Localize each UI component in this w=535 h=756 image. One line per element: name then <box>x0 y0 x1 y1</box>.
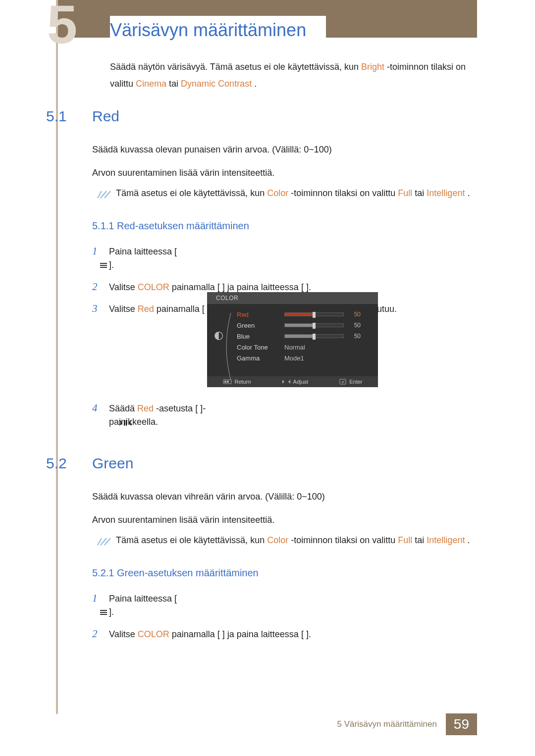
svg-rect-9 <box>100 614 107 615</box>
note-text: -toiminnon tilaksi on valittu <box>291 188 398 198</box>
osd-menu-title: COLOR <box>207 292 378 304</box>
osd-footer-label: Adjust <box>293 379 309 385</box>
intro-text: tai <box>169 79 181 89</box>
step-number: 1 <box>92 591 109 606</box>
osd-row-value: Mode1 <box>284 354 304 362</box>
menu-icon <box>100 260 107 273</box>
osd-footer-adjust: Adjust <box>282 379 309 385</box>
step-number: 4 <box>92 401 109 416</box>
osd-row: GammaMode1 <box>237 353 369 363</box>
keyword-bright: Bright <box>361 62 384 72</box>
osd-row: Red50 <box>237 309 369 320</box>
adjust-icon <box>282 379 290 384</box>
list-item: 1 Paina laitteessa [ ]. <box>92 244 477 273</box>
osd-row: Green50 <box>237 320 369 331</box>
keyword-dynamic-contrast: Dynamic Contrast <box>181 79 252 89</box>
osd-menu-screenshot: COLOR ◐ Red50Green50Blue50Color ToneNorm… <box>207 292 378 387</box>
list-item: 2 Valitse COLOR painamalla [ ] ja paina … <box>92 626 477 642</box>
enter-icon <box>339 379 346 385</box>
step-text: painamalla [ ] ja paina laitteessa [ ]. <box>169 282 311 292</box>
osd-row-value: 50 <box>348 322 361 329</box>
ordered-steps-green: 1 Paina laitteessa [ ]. 2 Valitse COLOR … <box>92 591 477 648</box>
keyword-color-menu: COLOR <box>138 629 169 639</box>
footer-chapter-label: 5 Värisävyn määrittäminen <box>337 719 437 729</box>
osd-footer-label: Return <box>235 379 251 385</box>
left-rail <box>56 0 58 714</box>
note-text: tai <box>415 535 427 545</box>
section-title-red: Red <box>92 108 119 125</box>
note-text: Tämä asetus ei ole käytettävissä, kun <box>116 188 267 198</box>
step-number: 3 <box>92 301 109 317</box>
keyword-red: Red <box>138 304 154 314</box>
color-palette-icon: ◐ <box>214 329 223 342</box>
osd-row-value: 50 <box>348 333 361 340</box>
note-text: tai <box>415 188 427 198</box>
menu-icon <box>100 607 107 620</box>
svg-rect-1 <box>100 265 107 266</box>
page-number: 59 <box>446 713 477 735</box>
osd-row: Blue50 <box>237 331 369 342</box>
paragraph: Arvon suurentaminen lisää värin intensit… <box>92 513 477 527</box>
osd-row: Color ToneNormal <box>237 342 369 353</box>
keyword-cinema: Cinema <box>136 79 166 89</box>
keyword-full: Full <box>398 188 412 198</box>
keyword-red: Red <box>137 403 154 413</box>
osd-slider <box>284 334 344 338</box>
chapter-number: 5 <box>47 0 77 51</box>
keyword-color: Color <box>267 535 288 545</box>
chapter-intro: Säädä näytön värisävyä. Tämä asetus ei o… <box>110 58 477 92</box>
osd-slider <box>284 323 344 327</box>
intro-text: . <box>254 79 257 89</box>
osd-curve-icon <box>221 312 233 381</box>
step-4-row: 4 Säädä Red -asetusta [ ]-painikkeella. <box>92 401 477 436</box>
note-icon <box>92 188 116 200</box>
subsection-title: 5.1.1 Red-asetuksen määrittäminen <box>92 220 249 232</box>
osd-slider <box>284 312 344 316</box>
step-text: Säädä <box>109 403 137 413</box>
intro-text: Säädä näytön värisävyä. Tämä asetus ei o… <box>110 62 361 72</box>
section-title-green: Green <box>92 455 133 472</box>
section-number: 5.2 <box>46 455 67 472</box>
keyword-full: Full <box>398 535 412 545</box>
osd-row-label: Red <box>237 311 284 318</box>
note-text: . <box>467 535 470 545</box>
paragraph: Säädä kuvassa olevan vihreän värin arvoa… <box>92 490 477 504</box>
note-row: Tämä asetus ei ole käytettävissä, kun Co… <box>92 188 477 200</box>
keyword-intelligent: Intelligent <box>427 535 465 545</box>
osd-row-label: Blue <box>237 333 284 340</box>
paragraph: Arvon suurentaminen lisää värin intensit… <box>92 166 477 180</box>
paragraph: Säädä kuvassa olevan punaisen värin arvo… <box>92 143 477 157</box>
osd-row-label: Gamma <box>237 354 284 362</box>
svg-rect-7 <box>100 610 107 611</box>
svg-rect-0 <box>100 263 107 264</box>
list-item: 1 Paina laitteessa [ ]. <box>92 591 477 620</box>
osd-row-label: Color Tone <box>237 344 284 351</box>
keyword-color-menu: COLOR <box>138 282 169 292</box>
section-number: 5.1 <box>46 108 67 125</box>
step-text: Valitse <box>109 304 138 314</box>
page-footer: 5 Värisävyn määrittäminen 59 <box>337 713 477 735</box>
osd-footer-enter: Enter <box>339 379 362 385</box>
svg-rect-2 <box>100 267 107 268</box>
step-number: 2 <box>92 626 109 642</box>
step-number: 1 <box>92 244 109 259</box>
step-text: painamalla [ ] ja paina laitteessa [ ]. <box>169 629 311 639</box>
note-icon <box>92 535 116 547</box>
osd-footer-label: Enter <box>349 379 362 385</box>
note-text: Tämä asetus ei ole käytettävissä, kun <box>116 535 267 545</box>
step-text: Valitse <box>109 629 138 639</box>
step-number: 2 <box>92 279 109 295</box>
note-row: Tämä asetus ei ole käytettävissä, kun Co… <box>92 535 477 547</box>
step-text: Paina laitteessa [ ]. <box>109 247 177 270</box>
step-text: Valitse <box>109 282 138 292</box>
osd-row-value: Normal <box>284 344 305 351</box>
svg-rect-6 <box>340 379 346 384</box>
keyword-color: Color <box>267 188 288 198</box>
subsection-title: 5.2.1 Green-asetuksen määrittäminen <box>92 567 259 579</box>
osd-row-value: 50 <box>348 311 361 318</box>
left-right-icon <box>119 417 132 430</box>
note-text: . <box>467 188 470 198</box>
keyword-intelligent: Intelligent <box>427 188 465 198</box>
osd-row-label: Green <box>237 322 284 329</box>
list-item: 4 Säädä Red -asetusta [ ]-painikkeella. <box>92 401 477 430</box>
